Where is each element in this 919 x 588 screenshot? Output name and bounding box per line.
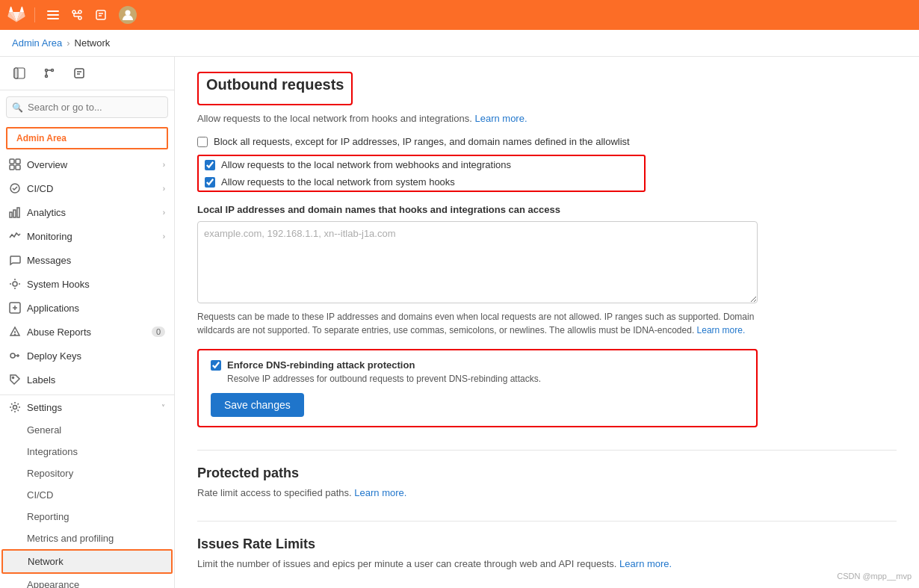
sidebar-item-applications-label: Applications (27, 303, 165, 314)
sidebar-item-cicd-label: CI/CD (27, 183, 157, 194)
breadcrumb-bar: Admin Area › Network (0, 30, 919, 57)
svg-rect-23 (10, 159, 14, 164)
section-divider-2 (197, 521, 897, 522)
section-divider-1 (197, 450, 897, 451)
svg-point-36 (13, 377, 14, 379)
sidebar-item-labels[interactable]: Labels (0, 368, 174, 392)
sidebar: 🔍 Admin Area Overview › CI/CD › Analytic… (0, 57, 175, 588)
settings-chevron: ˅ (161, 403, 165, 412)
cicd-chevron: › (163, 185, 165, 193)
allow-system-hooks-label: Allow requests to the local network from… (221, 176, 455, 188)
allow-system-hooks-checkbox[interactable] (205, 177, 215, 188)
sidebar-edit-btn[interactable] (66, 63, 93, 84)
breadcrumb-parent[interactable]: Admin Area (12, 37, 62, 49)
user-avatar (119, 6, 137, 24)
outbound-requests-title: Outbound requests (206, 76, 344, 93)
sidebar-item-analytics[interactable]: Analytics › (0, 200, 174, 224)
svg-point-16 (52, 69, 54, 72)
sidebar-sub-appearance[interactable]: Appearance (0, 574, 174, 588)
monitoring-chevron: › (163, 232, 165, 241)
main-content: Outbound requests Allow requests to the … (175, 57, 919, 588)
sidebar-item-monitoring[interactable]: Monitoring › (0, 224, 174, 248)
analytics-chevron: › (163, 208, 165, 217)
overview-chevron: › (163, 161, 165, 169)
block-all-checkbox[interactable] (197, 137, 208, 147)
admin-area-label: Admin Area (6, 127, 168, 149)
allow-webhooks-label: Allow requests to the local network from… (221, 159, 511, 170)
merge-requests-btn[interactable] (68, 6, 86, 24)
sidebar-sub-integrations[interactable]: Integrations (0, 441, 174, 462)
sidebar-item-abuse-reports-label: Abuse Reports (27, 327, 146, 338)
sidebar-item-overview[interactable]: Overview › (0, 152, 174, 176)
dns-rebinding-label: Enforce DNS-rebinding attack protection (227, 359, 415, 371)
allow-system-hooks-checkbox-row: Allow requests to the local network from… (205, 176, 638, 188)
block-all-checkbox-row: Block all requests, except for IP addres… (197, 136, 897, 147)
sidebar-item-abuse-reports[interactable]: Abuse Reports 0 (0, 320, 174, 344)
dns-checkbox-row: Enforce DNS-rebinding attack protection (211, 359, 744, 371)
dns-sub-description: Resolve IP addresses for outbound reques… (211, 374, 744, 384)
sidebar-item-messages-label: Messages (27, 255, 165, 266)
sidebar-sub-reporting[interactable]: Reporting (0, 506, 174, 527)
sidebar-sub-cicd[interactable]: CI/CD (0, 484, 174, 506)
svg-point-15 (46, 69, 48, 72)
breadcrumb-separator: › (66, 37, 69, 49)
sidebar-item-messages[interactable]: Messages (0, 248, 174, 272)
outbound-learn-more-link[interactable]: Learn more. (474, 113, 527, 124)
issues-rate-limits-learn-more[interactable]: Learn more. (619, 558, 672, 569)
svg-rect-2 (47, 18, 59, 19)
sidebar-item-monitoring-label: Monitoring (27, 231, 157, 242)
sidebar-item-cicd[interactable]: CI/CD › (0, 176, 174, 200)
issues-rate-limits-desc-text: Limit the number of issues and epics per… (197, 558, 616, 569)
breadcrumb-current: Network (75, 37, 111, 49)
dns-save-highlighted-box: Enforce DNS-rebinding attack protection … (197, 349, 758, 427)
allow-webhooks-checkbox[interactable] (205, 160, 215, 170)
outbound-desc-text: Allow requests to the local network from… (197, 113, 472, 124)
local-ip-textarea[interactable] (197, 221, 758, 303)
svg-rect-9 (96, 10, 105, 19)
sidebar-top-icons (0, 57, 174, 90)
sidebar-item-overview-label: Overview (27, 159, 157, 170)
protected-paths-section: Protected paths Rate limit access to spe… (197, 465, 897, 498)
outbound-checkboxes: Block all requests, except for IP addres… (197, 136, 897, 192)
issues-rate-limits-section: Issues Rate Limits Limit the number of i… (197, 536, 897, 569)
svg-rect-1 (47, 14, 59, 16)
highlighted-checkboxes-box: Allow requests to the local network from… (197, 155, 646, 192)
sidebar-sub-metrics[interactable]: Metrics and profiling (0, 527, 174, 549)
sidebar-item-labels-label: Labels (27, 374, 165, 386)
protected-paths-learn-more[interactable]: Learn more. (354, 487, 406, 498)
top-bar-divider (34, 7, 35, 22)
svg-rect-14 (14, 68, 18, 78)
sidebar-toggle-btn[interactable] (44, 6, 62, 24)
sidebar-git-btn[interactable] (36, 63, 63, 84)
svg-point-37 (13, 406, 17, 409)
search-bar[interactable]: 🔍 (6, 96, 168, 118)
outbound-requests-title-box: Outbound requests (197, 72, 353, 105)
svg-point-17 (46, 75, 48, 78)
sidebar-sub-network[interactable]: Network (1, 549, 173, 574)
svg-point-34 (15, 335, 16, 335)
local-ip-learn-more[interactable]: Learn more. (697, 325, 746, 335)
dns-rebinding-checkbox[interactable] (211, 360, 221, 371)
search-input[interactable] (6, 96, 168, 118)
gitlab-logo (7, 6, 25, 24)
sidebar-item-applications[interactable]: Applications (0, 296, 174, 320)
local-ip-help: Requests can be made to these IP address… (197, 310, 758, 337)
svg-point-12 (126, 10, 131, 16)
protected-paths-title: Protected paths (197, 465, 897, 481)
todos-btn[interactable] (92, 6, 110, 24)
svg-rect-26 (16, 165, 20, 170)
sidebar-item-system-hooks[interactable]: System Hooks (0, 272, 174, 296)
sidebar-panel-btn[interactable] (6, 63, 33, 84)
sidebar-item-settings[interactable]: Settings ˅ (0, 394, 174, 419)
outbound-requests-desc: Allow requests to the local network from… (197, 113, 897, 124)
svg-point-31 (13, 282, 17, 286)
sidebar-item-deploy-keys[interactable]: Deploy Keys (0, 344, 174, 368)
abuse-reports-badge: 0 (152, 327, 165, 337)
svg-rect-20 (75, 69, 84, 78)
save-changes-button[interactable]: Save changes (211, 393, 304, 417)
local-ip-help-text: Requests can be made to these IP address… (197, 312, 754, 335)
sidebar-sub-general[interactable]: General (0, 419, 174, 441)
sidebar-item-settings-label: Settings (27, 402, 155, 413)
sidebar-sub-repository[interactable]: Repository (0, 462, 174, 484)
svg-rect-25 (10, 165, 14, 170)
